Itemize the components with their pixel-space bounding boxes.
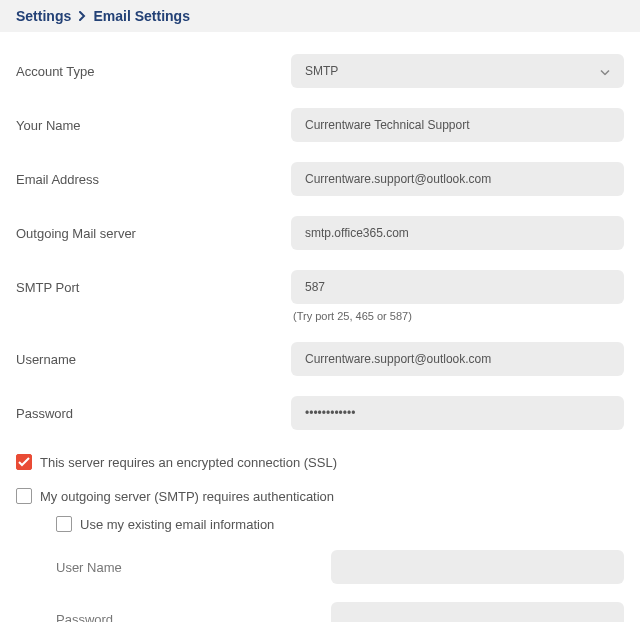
ssl-label: This server requires an encrypted connec…: [40, 455, 337, 470]
ssl-checkbox[interactable]: [16, 454, 32, 470]
smtp-port-input[interactable]: [291, 270, 624, 304]
smtp-port-label: SMTP Port: [16, 280, 291, 295]
chevron-right-icon: [79, 10, 89, 24]
smtp-port-hint: (Try port 25, 465 or 587): [293, 310, 624, 322]
smtp-auth-label: My outgoing server (SMTP) requires authe…: [40, 489, 334, 504]
email-address-label: Email Address: [16, 172, 291, 187]
your-name-input[interactable]: [291, 108, 624, 142]
outgoing-mail-server-label: Outgoing Mail server: [16, 226, 291, 241]
account-type-label: Account Type: [16, 64, 291, 79]
outgoing-mail-server-input[interactable]: [291, 216, 624, 250]
smtp-auth-checkbox[interactable]: [16, 488, 32, 504]
use-existing-checkbox[interactable]: [56, 516, 72, 532]
your-name-label: Your Name: [16, 118, 291, 133]
username-label: Username: [16, 352, 291, 367]
sub-username-input[interactable]: [331, 550, 624, 584]
username-input[interactable]: [291, 342, 624, 376]
email-settings-form: Account Type SMTP Your Name Email Addres…: [0, 32, 640, 622]
email-address-input[interactable]: [291, 162, 624, 196]
sub-password-label: Password: [56, 612, 331, 623]
account-type-select[interactable]: SMTP: [291, 54, 624, 88]
use-existing-label: Use my existing email information: [80, 517, 274, 532]
breadcrumb-parent[interactable]: Settings: [16, 8, 71, 24]
sub-username-label: User Name: [56, 560, 331, 575]
password-label: Password: [16, 406, 291, 421]
breadcrumb-current: Email Settings: [93, 8, 189, 24]
password-input[interactable]: [291, 396, 624, 430]
sub-password-input[interactable]: [331, 602, 624, 622]
breadcrumb: Settings Email Settings: [0, 0, 640, 32]
